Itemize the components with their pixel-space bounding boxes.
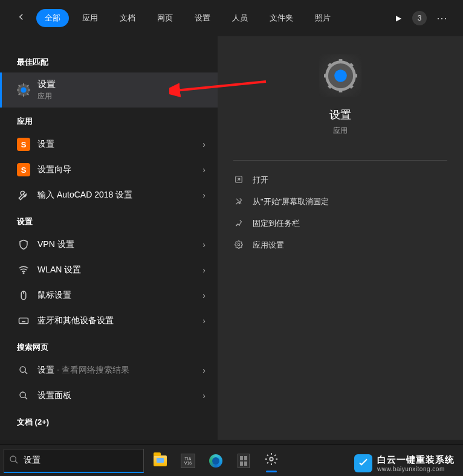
web-item-settings[interactable]: 设置 - 查看网络搜索结果 ›: [0, 358, 218, 383]
result-count-badge: 3: [412, 11, 427, 25]
svg-point-36: [10, 456, 16, 462]
watermark-icon: [354, 454, 372, 472]
web-item-settings-panel[interactable]: 设置面板 ›: [0, 383, 218, 408]
taskbar-calculator[interactable]: [231, 449, 256, 473]
settings-item-label: 蓝牙和其他设备设置: [37, 315, 195, 326]
best-match-item-settings[interactable]: 设置 应用: [0, 72, 218, 108]
search-icon: [17, 389, 30, 402]
shield-icon: [17, 238, 30, 251]
results-list: 最佳匹配 设置 应用 应用 S 设置 › S 设置向导 › 输入 AutoCAD: [0, 36, 218, 440]
svg-rect-13: [19, 318, 28, 324]
folder-icon: [154, 455, 167, 466]
settings-header: 设置: [0, 211, 218, 232]
settings-item-label: 鼠标设置: [37, 290, 195, 301]
web-header: 搜索网页: [0, 337, 218, 358]
tab-web[interactable]: 网页: [149, 9, 181, 27]
search-results-panel: 最佳匹配 设置 应用 应用 S 设置 › S 设置向导 › 输入 AutoCAD: [0, 36, 463, 440]
wrench-icon: [17, 188, 30, 202]
settings-item-mouse[interactable]: 鼠标设置 ›: [0, 283, 218, 308]
keyboard-icon: [17, 314, 30, 327]
action-open[interactable]: 打开: [230, 169, 451, 191]
svg-point-1: [21, 87, 26, 92]
search-icon: [17, 364, 30, 377]
calculator-icon: [238, 454, 250, 468]
chevron-right-icon: ›: [202, 265, 206, 275]
play-icon[interactable]: ▶: [390, 10, 407, 26]
chevron-right-icon: ›: [202, 190, 206, 200]
gear-icon: [265, 452, 278, 469]
svg-line-32: [349, 64, 352, 67]
app-item-label: 输入 AutoCAD 2018 设置: [37, 190, 195, 201]
action-label: 应用设置: [253, 240, 284, 251]
taskbar-apps: TIAV16: [147, 449, 284, 473]
web-item-label: 设置 - 查看网络搜索结果: [37, 365, 195, 376]
svg-line-20: [25, 371, 27, 374]
svg-point-19: [20, 367, 25, 372]
tab-photos[interactable]: 照片: [306, 9, 339, 27]
more-button[interactable]: ⋯: [432, 11, 452, 25]
tab-apps[interactable]: 应用: [74, 9, 106, 27]
gear-icon: [233, 240, 244, 251]
chevron-right-icon: ›: [202, 391, 206, 400]
preview-title: 设置: [329, 108, 351, 122]
svg-point-34: [238, 243, 240, 246]
svg-point-24: [334, 69, 347, 82]
best-match-title: 设置: [37, 79, 56, 90]
mouse-icon: [17, 289, 30, 302]
sogou-icon: S: [17, 138, 30, 151]
apps-header: 应用: [0, 111, 218, 132]
preview-subtitle: 应用: [333, 126, 348, 136]
svg-line-30: [349, 85, 352, 88]
settings-item-wlan[interactable]: WLAN 设置 ›: [0, 257, 218, 283]
unpin-icon: [233, 197, 244, 207]
watermark: 白云一键重装系统 www.baiyunxitong.com: [354, 454, 455, 472]
settings-item-vpn[interactable]: VPN 设置 ›: [0, 232, 218, 257]
search-icon: [9, 455, 19, 466]
watermark-title: 白云一键重装系统: [377, 454, 455, 466]
docs-header[interactable]: 文档 (2+): [0, 412, 218, 433]
divider: [233, 160, 447, 161]
taskbar-search-input[interactable]: [24, 455, 138, 465]
action-label: 从"开始"屏幕取消固定: [253, 196, 329, 207]
action-app-settings[interactable]: 应用设置: [230, 234, 451, 256]
action-unpin-start[interactable]: 从"开始"屏幕取消固定: [230, 191, 451, 213]
action-label: 固定到任务栏: [253, 218, 300, 229]
app-item-sogou-wizard[interactable]: S 设置向导 ›: [0, 157, 218, 182]
wifi-icon: [17, 263, 30, 277]
tab-settings[interactable]: 设置: [186, 9, 219, 27]
tab-folders[interactable]: 文件夹: [261, 9, 302, 27]
preview-gear-icon: [319, 54, 361, 97]
gear-icon: [17, 83, 30, 97]
chevron-right-icon: ›: [202, 240, 206, 249]
best-match-header: 最佳匹配: [0, 52, 218, 72]
taskbar-tia[interactable]: TIAV16: [175, 449, 201, 473]
settings-item-label: VPN 设置: [37, 239, 195, 250]
tab-documents[interactable]: 文档: [111, 9, 144, 27]
taskbar-settings[interactable]: [259, 449, 284, 473]
action-pin-taskbar[interactable]: 固定到任务栏: [230, 213, 451, 234]
preview-pane: 设置 应用 打开 从"开始"屏幕取消固定 固定到任务栏 应用设置: [218, 36, 463, 440]
svg-point-10: [23, 273, 24, 274]
tab-people[interactable]: 人员: [224, 9, 256, 27]
app-item-sogou-settings[interactable]: S 设置 ›: [0, 132, 218, 157]
action-label: 打开: [253, 175, 268, 185]
taskbar-explorer[interactable]: [147, 449, 173, 473]
svg-line-29: [329, 64, 332, 67]
back-button[interactable]: [11, 8, 31, 29]
svg-point-38: [270, 457, 273, 461]
app-item-autocad-settings[interactable]: 输入 AutoCAD 2018 设置 ›: [0, 182, 218, 208]
settings-item-bluetooth[interactable]: 蓝牙和其他设备设置 ›: [0, 308, 218, 333]
tia-icon: TIAV16: [181, 454, 195, 468]
taskbar-edge[interactable]: [203, 449, 228, 473]
taskbar-search[interactable]: [4, 449, 144, 473]
app-item-label: 设置: [37, 139, 195, 150]
chevron-right-icon: ›: [202, 316, 206, 326]
best-match-subtitle: 应用: [37, 91, 56, 101]
svg-line-31: [329, 85, 332, 88]
sogou-icon: S: [17, 163, 30, 176]
tab-all[interactable]: 全部: [36, 9, 69, 27]
watermark-url: www.baiyunxitong.com: [377, 466, 455, 472]
chevron-right-icon: ›: [202, 140, 206, 149]
chevron-right-icon: ›: [202, 291, 206, 300]
chevron-right-icon: ›: [202, 365, 206, 375]
